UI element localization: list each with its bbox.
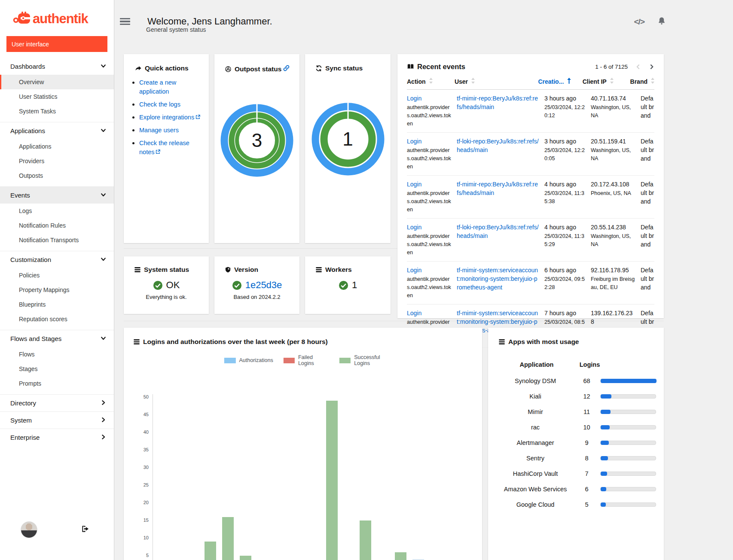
y-tick-label: 10 [131, 535, 149, 540]
sidebar-item-reputation-scores[interactable]: Reputation scores [0, 312, 114, 326]
legend-label: Authorizations [239, 357, 273, 363]
sidebar-item-property-mappings[interactable]: Property Mappings [0, 283, 114, 297]
event-user-link[interactable]: tf-mimir-repo:BeryJu/k8s:ref:refs/heads/… [457, 180, 539, 197]
workers-title: Workers [305, 256, 391, 274]
quick-action-item: Create a new application [139, 78, 203, 96]
sidebar-sublist: LogsNotification RulesNotification Trans… [0, 204, 114, 247]
sign-out-icon[interactable] [81, 525, 89, 535]
event-action-detail: authentik.providers.oauth2.views.token [407, 103, 452, 128]
server-icon [315, 266, 322, 273]
event-ip: 40.71.163.74 [591, 94, 635, 103]
event-client-ip-cell: 40.71.163.74Washington, US, NA [591, 94, 635, 128]
quick-action-link-check-the-release-notes[interactable]: Check the release notes [139, 140, 189, 155]
sidebar-group-header-directory[interactable]: Directory [0, 395, 114, 411]
check-circle-icon [153, 280, 163, 290]
column-header-text: User [455, 78, 468, 85]
quick-action-link-check-the-logs[interactable]: Check the logs [139, 101, 180, 108]
column-header-user[interactable]: User [455, 78, 533, 85]
sidebar-item-notification-transports[interactable]: Notification Transports [0, 233, 114, 247]
event-time-relative: 4 hours ago [544, 223, 586, 231]
event-user-cell: tf-mimir-system:serviceaccount:monitorin… [457, 266, 539, 300]
sidebar-item-policies[interactable]: Policies [0, 268, 114, 283]
system-status-card: System status OK Everything is ok. [124, 256, 209, 314]
sidebar-group-header-applications[interactable]: Applications [0, 122, 114, 139]
event-user-cell: tf-loki-repo:BeryJu/k8s:ref:refs/heads/m… [457, 223, 539, 257]
avatar[interactable] [21, 521, 37, 538]
check-circle-icon [339, 280, 348, 290]
event-action-link[interactable]: Login [407, 266, 452, 274]
column-header-action[interactable]: Action [407, 78, 449, 85]
sync-status-title: Sync status [315, 64, 363, 72]
sidebar-item-providers[interactable]: Providers [0, 154, 114, 168]
event-user-cell: tf-loki-repo:BeryJu/k8s:ref:refs/heads/m… [457, 137, 539, 171]
y-tick-label: 35 [131, 447, 149, 452]
apps-row-synology-dsm: Synology DSM68 [498, 373, 656, 389]
event-user-link[interactable]: tf-loki-repo:BeryJu/k8s:ref:refs/heads/m… [457, 137, 539, 154]
sidebar-item-prompts[interactable]: Prompts [0, 376, 114, 391]
sidebar-group-header-events[interactable]: Events [0, 187, 114, 204]
event-time-relative: 6 hours ago [544, 266, 586, 274]
sidebar-group-header-dashboards[interactable]: Dashboards [0, 58, 114, 75]
quick-action-item: Explore integrations [139, 113, 203, 122]
event-ip: 20.51.159.41 [591, 137, 635, 146]
pager-prev-button[interactable] [635, 64, 641, 70]
column-header-brand[interactable]: Brand [630, 78, 654, 85]
event-action-link[interactable]: Login [407, 309, 452, 317]
sidebar-group-events: EventsLogsNotification RulesNotification… [0, 186, 114, 247]
authentik-logo[interactable]: authentik [0, 0, 114, 27]
pager-next-button[interactable] [649, 64, 654, 70]
apps-row-mimir: Mimir11 [498, 404, 656, 420]
sidebar-group-header-flows-and-stages[interactable]: Flows and Stages [0, 330, 114, 347]
sidebar-item-flows[interactable]: Flows [0, 347, 114, 362]
sidebar-group-label: Enterprise [10, 434, 40, 441]
event-brand: Default brand [641, 223, 654, 249]
app-login-count: 7 [573, 470, 600, 477]
app-usage-bar [600, 410, 656, 414]
api-code-icon[interactable]: </> [634, 17, 644, 27]
column-header-client-ip[interactable]: Client IP [583, 78, 625, 85]
sidebar-group-header-customization[interactable]: Customization [0, 251, 114, 268]
notifications-bell-icon[interactable] [657, 16, 666, 27]
event-brand-cell: Default brand [641, 180, 654, 214]
event-action-link[interactable]: Login [407, 223, 452, 231]
chart-axis-line [153, 394, 153, 560]
legend-swatch [224, 358, 236, 363]
column-header-creatio[interactable]: Creatio... [538, 78, 577, 85]
event-user-link[interactable]: tf-mimir-system:serviceaccount:monitorin… [457, 266, 539, 292]
sidebar-item-overview[interactable]: Overview [0, 75, 114, 89]
quick-action-link-manage-users[interactable]: Manage users [139, 127, 179, 134]
event-action-link[interactable]: Login [407, 137, 452, 146]
external-link-icon [156, 148, 160, 155]
sidebar-item-notification-rules[interactable]: Notification Rules [0, 218, 114, 233]
sidebar-item-applications[interactable]: Applications [0, 139, 114, 154]
sidebar-item-user-statistics[interactable]: User Statistics [0, 89, 114, 104]
event-user-link[interactable]: tf-mimir-repo:BeryJu/k8s:ref:refs/heads/… [457, 94, 539, 111]
event-user-link[interactable]: tf-loki-repo:BeryJu/k8s:ref:refs/heads/m… [457, 223, 539, 240]
sidebar-item-blueprints[interactable]: Blueprints [0, 297, 114, 312]
event-action-link[interactable]: Login [407, 94, 452, 103]
sidebar-group-header-system[interactable]: System [0, 412, 114, 429]
outpost-status-donut: 3 [220, 103, 294, 177]
external-link-icon [195, 113, 200, 121]
event-time-relative: 3 hours ago [544, 137, 586, 146]
quick-action-item: Check the release notes [139, 139, 203, 157]
sidebar-item-stages[interactable]: Stages [0, 362, 114, 376]
quick-action-link-explore-integrations[interactable]: Explore integrations [139, 114, 194, 121]
column-header-text: Creatio... [538, 78, 564, 85]
version-value-link[interactable]: 1e25d3e [245, 280, 282, 291]
chevron-right-icon [101, 399, 106, 407]
sidebar-item-system-tasks[interactable]: System Tasks [0, 104, 114, 119]
event-action-link[interactable]: Login [407, 180, 452, 189]
sidebar-item-logs[interactable]: Logs [0, 204, 114, 218]
app-login-count: 68 [573, 377, 600, 384]
sidebar-group-label: Customization [10, 256, 51, 263]
bar-successful-logins [205, 542, 216, 560]
sidebar-toggle-button[interactable] [120, 16, 130, 27]
sidebar-group-header-enterprise[interactable]: Enterprise [0, 429, 114, 446]
y-tick-label: 5 [131, 553, 149, 558]
user-interface-button[interactable]: User interface [6, 36, 107, 52]
outpost-link-icon[interactable] [283, 64, 290, 73]
quick-action-link-create-a-new-application[interactable]: Create a new application [139, 79, 176, 95]
server-icon [498, 338, 505, 345]
sidebar-item-outposts[interactable]: Outposts [0, 168, 114, 183]
